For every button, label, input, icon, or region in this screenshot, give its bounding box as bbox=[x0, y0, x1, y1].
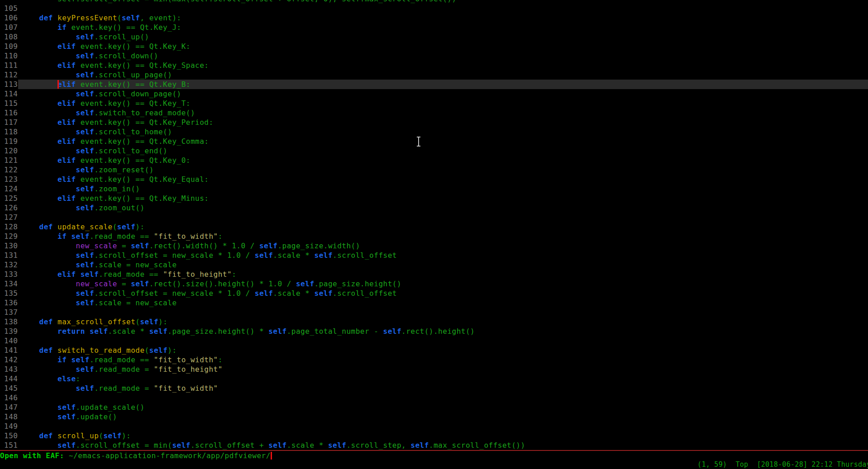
code-text[interactable] bbox=[18, 393, 868, 403]
code-line-144[interactable]: 144 else: bbox=[0, 374, 868, 384]
code-line-129[interactable]: 129 if self.read_mode == "fit_to_width": bbox=[0, 232, 868, 241]
code-text[interactable]: elif event.key() == Qt.Key_B: bbox=[18, 80, 868, 89]
code-line-111[interactable]: 111 elif event.key() == Qt.Key_Space: bbox=[0, 61, 868, 70]
code-line-151[interactable]: 151 self.scroll_offset = min(self.scroll… bbox=[0, 441, 868, 450]
code-line-109[interactable]: 109 elif event.key() == Qt.Key_K: bbox=[0, 42, 868, 51]
code-text[interactable]: self.read_mode = "fit_to_height" bbox=[18, 365, 868, 374]
code-line-138[interactable]: 138 def max_scroll_offset(self): bbox=[0, 317, 868, 327]
code-text[interactable]: self.scroll_up_page() bbox=[18, 70, 868, 80]
code-text[interactable]: self.zoom_in() bbox=[18, 184, 868, 194]
code-line-124[interactable]: 124 self.zoom_in() bbox=[0, 184, 868, 194]
code-line-134[interactable]: 134 new_scale = self.rect().size().heigh… bbox=[0, 279, 868, 289]
code-line-114[interactable]: 114 self.scroll_down_page() bbox=[0, 89, 868, 99]
code-line-139[interactable]: 139 return self.scale * self.page_size.h… bbox=[0, 327, 868, 336]
code-text[interactable]: def keyPressEvent(self, event): bbox=[18, 13, 868, 23]
code-line-118[interactable]: 118 self.scroll_to_home() bbox=[0, 127, 868, 137]
code-line-123[interactable]: 123 elif event.key() == Qt.Key_Equal: bbox=[0, 175, 868, 184]
code-line-119[interactable]: 119 elif event.key() == Qt.Key_Comma: bbox=[0, 137, 868, 146]
code-line-143[interactable]: 143 self.read_mode = "fit_to_height" bbox=[0, 365, 868, 374]
code-text[interactable]: self.scroll_down() bbox=[18, 51, 868, 61]
code-text[interactable] bbox=[18, 422, 868, 431]
code-text[interactable] bbox=[18, 336, 868, 346]
code-line-150[interactable]: 150 def scroll_up(self): bbox=[0, 431, 868, 441]
code-line-131[interactable]: 131 self.scroll_offset = new_scale * 1.0… bbox=[0, 251, 868, 260]
code-line-136[interactable]: 136 self.scale = new_scale bbox=[0, 298, 868, 308]
code-text[interactable]: def update_scale(self): bbox=[18, 222, 868, 232]
code-text[interactable]: def max_scroll_offset(self): bbox=[18, 317, 868, 327]
code-text[interactable]: elif event.key() == Qt.Key_Comma: bbox=[18, 137, 868, 146]
code-text[interactable]: self.read_mode = "fit_to_width" bbox=[18, 384, 868, 393]
code-line-106[interactable]: 106 def keyPressEvent(self, event): bbox=[0, 13, 868, 23]
code-text[interactable]: self.scroll_offset = min(max(self.scroll… bbox=[18, 0, 868, 4]
code-line-125[interactable]: 125 elif event.key() == Qt.Key_Minus: bbox=[0, 194, 868, 203]
code-text[interactable]: if self.read_mode == "fit_to_width": bbox=[18, 355, 868, 365]
minibuffer[interactable]: Open with EAF: ~/emacs-application-frame… bbox=[0, 451, 868, 460]
code-line-130[interactable]: 130 new_scale = self.rect().width() * 1.… bbox=[0, 241, 868, 251]
code-line-142[interactable]: 142 if self.read_mode == "fit_to_width": bbox=[0, 355, 868, 365]
code-line-112[interactable]: 112 self.scroll_up_page() bbox=[0, 70, 868, 80]
code-text[interactable]: self.scroll_down_page() bbox=[18, 89, 868, 99]
code-text[interactable]: elif event.key() == Qt.Key_T: bbox=[18, 99, 868, 108]
code-text[interactable] bbox=[18, 213, 868, 222]
code-text[interactable]: new_scale = self.rect().size().height() … bbox=[18, 279, 868, 289]
code-text[interactable] bbox=[18, 308, 868, 317]
code-text[interactable]: elif event.key() == Qt.Key_0: bbox=[18, 156, 868, 165]
code-text[interactable]: self.scroll_offset = new_scale * 1.0 / s… bbox=[18, 289, 868, 298]
code-line-120[interactable]: 120 self.scroll_to_end() bbox=[0, 146, 868, 156]
code-text[interactable]: elif self.read_mode == "fit_to_height": bbox=[18, 270, 868, 279]
code-text[interactable]: def scroll_up(self): bbox=[18, 431, 868, 441]
code-line-147[interactable]: 147 self.update_scale() bbox=[0, 403, 868, 412]
code-line-113[interactable]: 113 elif event.key() == Qt.Key_B: bbox=[0, 80, 868, 89]
code-line-135[interactable]: 135 self.scroll_offset = new_scale * 1.0… bbox=[0, 289, 868, 298]
code-line-clipped[interactable]: self.scroll_offset = min(max(self.scroll… bbox=[0, 0, 868, 4]
code-text[interactable]: self.update() bbox=[18, 412, 868, 422]
code-line-122[interactable]: 122 self.zoom_reset() bbox=[0, 165, 868, 175]
code-line-145[interactable]: 145 self.read_mode = "fit_to_width" bbox=[0, 384, 868, 393]
tray-cursor-position: (1, 59) bbox=[697, 460, 727, 469]
code-line-127[interactable]: 127 bbox=[0, 213, 868, 222]
code-line-116[interactable]: 116 self.switch_to_read_mode() bbox=[0, 108, 868, 118]
code-text[interactable] bbox=[18, 4, 868, 13]
code-line-148[interactable]: 148 self.update() bbox=[0, 412, 868, 422]
minibuffer-input[interactable]: ~/emacs-application-framework/app/pdfvie… bbox=[69, 451, 271, 460]
code-text[interactable]: self.switch_to_read_mode() bbox=[18, 108, 868, 118]
code-line-121[interactable]: 121 elif event.key() == Qt.Key_0: bbox=[0, 156, 868, 165]
code-line-128[interactable]: 128 def update_scale(self): bbox=[0, 222, 868, 232]
code-text[interactable]: self.scroll_to_home() bbox=[18, 127, 868, 137]
code-line-105[interactable]: 105 bbox=[0, 4, 868, 13]
code-line-108[interactable]: 108 self.scroll_up() bbox=[0, 32, 868, 42]
code-text[interactable]: self.scroll_offset = min(self.scroll_off… bbox=[18, 441, 868, 450]
code-text[interactable]: elif event.key() == Qt.Key_Minus: bbox=[18, 194, 868, 203]
code-text[interactable]: elif event.key() == Qt.Key_Period: bbox=[18, 118, 868, 127]
code-line-110[interactable]: 110 self.scroll_down() bbox=[0, 51, 868, 61]
code-text[interactable]: elif event.key() == Qt.Key_K: bbox=[18, 42, 868, 51]
code-text[interactable]: self.scroll_offset = new_scale * 1.0 / s… bbox=[18, 251, 868, 260]
code-text[interactable]: self.update_scale() bbox=[18, 403, 868, 412]
code-line-126[interactable]: 126 self.zoom_out() bbox=[0, 203, 868, 213]
code-text[interactable]: elif event.key() == Qt.Key_Equal: bbox=[18, 175, 868, 184]
code-line-107[interactable]: 107 if event.key() == Qt.Key_J: bbox=[0, 23, 868, 32]
code-text[interactable]: def switch_to_read_mode(self): bbox=[18, 346, 868, 355]
code-text[interactable]: return self.scale * self.page_size.heigh… bbox=[18, 327, 868, 336]
code-text[interactable]: self.zoom_out() bbox=[18, 203, 868, 213]
code-buffer[interactable]: self.scroll_offset = min(max(self.scroll… bbox=[0, 0, 868, 450]
code-text[interactable]: self.scroll_up() bbox=[18, 32, 868, 42]
code-text[interactable]: if event.key() == Qt.Key_J: bbox=[18, 23, 868, 32]
code-text[interactable]: self.scroll_to_end() bbox=[18, 146, 868, 156]
code-text[interactable]: elif event.key() == Qt.Key_Space: bbox=[18, 61, 868, 70]
code-line-132[interactable]: 132 self.scale = new_scale bbox=[0, 260, 868, 270]
code-line-140[interactable]: 140 bbox=[0, 336, 868, 346]
code-line-115[interactable]: 115 elif event.key() == Qt.Key_T: bbox=[0, 99, 868, 108]
code-text[interactable]: self.zoom_reset() bbox=[18, 165, 868, 175]
code-line-141[interactable]: 141 def switch_to_read_mode(self): bbox=[0, 346, 868, 355]
code-text[interactable]: if self.read_mode == "fit_to_width": bbox=[18, 232, 868, 241]
code-line-149[interactable]: 149 bbox=[0, 422, 868, 431]
code-line-137[interactable]: 137 bbox=[0, 308, 868, 317]
code-text[interactable]: self.scale = new_scale bbox=[18, 260, 868, 270]
code-line-133[interactable]: 133 elif self.read_mode == "fit_to_heigh… bbox=[0, 270, 868, 279]
code-line-146[interactable]: 146 bbox=[0, 393, 868, 403]
code-line-117[interactable]: 117 elif event.key() == Qt.Key_Period: bbox=[0, 118, 868, 127]
code-text[interactable]: new_scale = self.rect().width() * 1.0 / … bbox=[18, 241, 868, 251]
code-text[interactable]: self.scale = new_scale bbox=[18, 298, 868, 308]
code-text[interactable]: else: bbox=[18, 374, 868, 384]
